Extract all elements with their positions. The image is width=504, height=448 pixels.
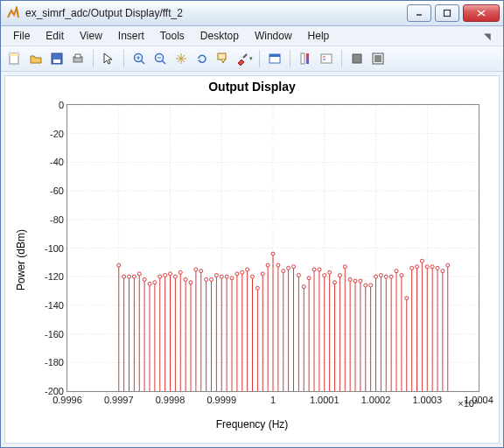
svg-point-152 [379,274,382,277]
link-icon[interactable] [266,50,284,67]
toolbar: ▾ [1,46,503,72]
close-button[interactable] [463,4,500,22]
y-tick: -140 [45,300,64,311]
svg-point-96 [235,272,239,276]
svg-point-158 [395,270,398,273]
svg-point-134 [333,281,337,284]
svg-rect-17 [218,53,226,60]
svg-point-122 [302,285,305,289]
toolbar-sep [123,50,124,67]
menu-help[interactable]: Help [301,28,337,44]
svg-point-170 [425,265,429,269]
svg-point-94 [230,276,234,280]
open-icon[interactable] [27,50,45,67]
print-icon[interactable] [69,50,87,67]
titlebar: ex_simrf_adc/Output Display/fft_2 [1,1,503,26]
svg-rect-26 [353,54,361,63]
y-tick: -120 [45,271,64,282]
svg-point-62 [148,282,151,285]
svg-point-108 [266,263,270,267]
menu-insert[interactable]: Insert [111,28,151,44]
svg-point-82 [200,270,203,273]
menu-chevron-icon[interactable]: ◥ [477,30,498,43]
svg-point-58 [137,272,141,276]
svg-point-74 [178,270,182,274]
svg-line-11 [141,60,144,64]
brush-icon[interactable]: ▾ [235,50,253,67]
pointer-icon[interactable] [100,50,117,67]
figure-window: ex_simrf_adc/Output Display/fft_2 File E… [0,0,504,448]
svg-rect-23 [321,54,332,63]
rotate-icon[interactable] [193,50,211,67]
y-tick: -180 [45,357,64,368]
svg-line-18 [243,54,247,58]
svg-point-164 [410,266,414,270]
svg-point-150 [374,275,378,278]
zoom-in-icon[interactable] [130,50,148,67]
legend-icon[interactable] [318,50,335,67]
zoom-out-icon[interactable] [151,50,169,67]
y-tick: -40 [50,157,64,167]
x-tick: 1.0001 [310,395,340,405]
axes[interactable]: 0-20-40-60-80-100-120-140-160-180-2000.9… [66,104,480,392]
svg-point-104 [256,286,259,290]
menu-desktop[interactable]: Desktop [193,28,246,44]
svg-point-116 [287,266,290,270]
pan-icon[interactable] [172,50,190,67]
y-tick: -160 [45,329,64,340]
svg-rect-22 [306,53,309,64]
new-figure-icon[interactable] [6,50,24,67]
svg-point-128 [318,268,321,271]
matlab-icon [6,6,20,20]
y-tick: 0 [59,100,64,110]
hide-tools-icon[interactable] [348,50,366,67]
svg-point-56 [132,275,136,278]
menu-window[interactable]: Window [248,28,299,44]
svg-point-114 [282,270,285,273]
y-tick: -80 [50,214,64,225]
show-tools-icon[interactable] [369,50,387,67]
svg-rect-20 [270,54,280,57]
svg-point-112 [276,263,280,267]
maximize-button[interactable] [435,4,459,22]
svg-point-50 [117,263,121,267]
svg-point-66 [158,275,162,278]
svg-point-68 [164,274,167,277]
menu-edit[interactable]: Edit [38,28,71,44]
svg-point-148 [369,284,373,287]
svg-point-160 [400,274,403,277]
svg-point-92 [225,275,228,278]
svg-point-88 [214,274,218,277]
menu-tools[interactable]: Tools [153,28,192,44]
svg-point-174 [436,266,439,270]
svg-point-156 [389,275,393,278]
window-buttons [407,4,500,22]
svg-rect-28 [374,55,382,62]
toolbar-sep [259,50,260,67]
svg-point-138 [343,265,346,269]
svg-rect-21 [301,53,304,64]
svg-point-118 [292,265,296,269]
chart-title: Output Display [5,80,499,94]
svg-point-168 [420,259,424,262]
x-tick: 0.9997 [104,395,134,405]
svg-rect-9 [75,54,80,58]
svg-point-84 [205,277,208,281]
colorbar-icon[interactable] [297,50,314,67]
toolbar-sep [290,50,290,67]
svg-point-120 [297,274,300,277]
svg-point-64 [153,281,157,284]
y-axis-label: Power (dBm) [15,228,27,290]
svg-point-132 [328,270,332,274]
save-icon[interactable] [48,50,66,67]
x-axis-label: Frequency (Hz) [216,418,289,430]
menubar: File Edit View Insert Tools Desktop Wind… [1,26,503,46]
menu-file[interactable]: File [6,28,37,44]
minimize-button[interactable] [407,4,431,22]
toolbar-sep [93,50,94,67]
svg-point-126 [312,268,316,271]
svg-point-166 [416,265,419,269]
datatip-icon[interactable] [214,50,232,67]
figure-area: Output Display Power (dBm) Frequency (Hz… [4,75,500,444]
menu-view[interactable]: View [73,28,109,44]
